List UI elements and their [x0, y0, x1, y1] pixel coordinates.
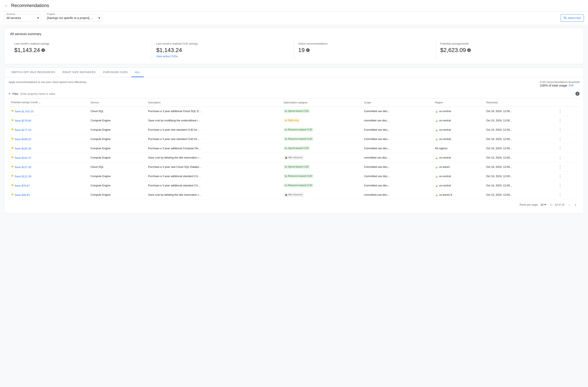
tab-switch-off[interactable]: SWITCH OFF IDLE RESOURCES: [8, 68, 59, 77]
cell-service: Compute Engine: [88, 134, 146, 144]
more-button[interactable]: ⋮: [557, 109, 563, 114]
more-button[interactable]: ⋮: [557, 146, 563, 151]
savings-link[interactable]: Save $78.67: [15, 184, 30, 187]
more-button[interactable]: ⋮: [557, 174, 563, 178]
services-select[interactable]: Services All services ▾: [4, 14, 41, 22]
page-prev-button[interactable]: ‹: [568, 201, 571, 208]
projects-value-row[interactable]: [Savings not specific to a project], ...…: [47, 16, 100, 20]
table-row: ⚑ Save $1,415.23 Cloud SQL Purchase a 3 …: [8, 107, 580, 116]
potential-savings-label: Potential savings/month: [440, 42, 574, 45]
scope-value: Committed use disc...: [364, 174, 390, 178]
optimization-badge: % Resource-based CUD: [283, 183, 314, 187]
savings-link[interactable]: Save $278.80: [15, 119, 31, 122]
cell-refreshed: Oct 16, 2024, 12:00...: [484, 162, 555, 172]
cell-scope: committed use disc...: [361, 153, 433, 162]
cell-region: 🍃us-central: [432, 107, 484, 116]
sort-icon[interactable]: ↓: [39, 101, 41, 104]
savings-link[interactable]: Save $177.53: [15, 128, 31, 132]
rows-per-page-select[interactable]: 10 25 50: [540, 203, 547, 206]
cell-optimization: % Spend-based CUD: [281, 144, 361, 153]
cell-more: ⋮: [555, 125, 580, 134]
projects-select[interactable]: Projects [Savings not specific to a proj…: [45, 14, 103, 22]
flag-icon: ⚑: [11, 156, 14, 159]
potential-savings-info-icon[interactable]: i: [467, 48, 471, 52]
cud-threshold-edit-link[interactable]: Edit: [569, 84, 573, 87]
more-button[interactable]: ⋮: [557, 155, 563, 160]
region-value: us-central: [439, 184, 451, 187]
more-button[interactable]: ⋮: [557, 127, 563, 132]
more-button[interactable]: ⋮: [557, 183, 563, 188]
savings-link[interactable]: Save $112.29: [15, 175, 31, 178]
col-header-description: Description: [146, 99, 281, 107]
potential-savings-value: $2,623.09 i: [440, 47, 574, 54]
summary-title: All services summary: [10, 32, 578, 36]
tab-purchase-cuds[interactable]: PURCHASE CUDS: [99, 68, 131, 77]
region-cell: 🍃us-west1-b: [435, 193, 481, 196]
cell-more: ⋮: [555, 153, 580, 162]
scope-value: committed use disc...: [364, 156, 389, 159]
optimization-icon: ▣: [285, 156, 287, 159]
active-recs-info-icon[interactable]: i: [306, 48, 310, 52]
back-button[interactable]: ←: [4, 3, 8, 8]
cell-description: Purchase a 3 year new standard CUD for A…: [146, 125, 281, 134]
region-value: us-central: [439, 174, 451, 178]
cell-scope: Committed use disc...: [361, 181, 433, 190]
cell-optimization: % Resource-based CUD: [281, 125, 361, 134]
cell-service: Compute Engine: [88, 153, 146, 162]
region-cell: 🍃us-central: [435, 137, 481, 140]
savings-link[interactable]: Save $1,415.23: [15, 110, 33, 113]
analysis-button[interactable]: % ANALYSIS: [561, 14, 584, 22]
cell-flag: ⚑ Save $168.53: [8, 134, 88, 144]
more-button[interactable]: ⋮: [557, 118, 563, 123]
tabs-section: SWITCH OFF IDLE RESOURCES RIGHT SIZE INS…: [4, 67, 584, 213]
page-next-button[interactable]: ›: [574, 201, 577, 208]
cell-flag: ⚑ Save $78.67: [8, 181, 88, 190]
cell-scope: Committed use disc...: [361, 125, 433, 134]
filter-help-icon[interactable]: i: [575, 92, 580, 96]
cell-more: ⋮: [555, 162, 580, 172]
more-button[interactable]: ⋮: [557, 136, 563, 141]
description-text: Purchase a 3 year additional standard CU…: [148, 174, 202, 178]
pagination-row: Rows per page: 10 25 50 1 – 10 of 19 ‹ ›: [8, 199, 580, 210]
cell-optimization: ▣ Idle resource: [281, 153, 361, 162]
cell-refreshed: Oct 16, 2024, 12:00...: [484, 144, 555, 153]
savings-link[interactable]: Save $168.53: [15, 138, 31, 141]
savings-link[interactable]: Save $142.47: [15, 156, 31, 159]
cell-description: Purchase a 3 year new standard CUD for A…: [146, 134, 281, 144]
page-info: 1 – 10 of 19: [550, 203, 565, 206]
more-button[interactable]: ⋮: [557, 192, 563, 197]
cell-refreshed: Oct 16, 2024, 12:00...: [484, 134, 555, 144]
region-value: us-central: [439, 156, 451, 159]
description-text: Purchase a 3 year additional Compute Fle…: [148, 147, 202, 150]
col-header-service: Service: [88, 99, 146, 107]
services-value: All services: [6, 16, 21, 19]
region-value: us-west1: [439, 165, 450, 168]
cud-savings-value: $1,143.24: [156, 47, 290, 54]
services-value-row[interactable]: All services ▾: [6, 16, 39, 20]
cell-optimization: ▣ Idle resource: [281, 190, 361, 199]
services-label: Services: [6, 13, 16, 15]
view-active-cuds-link[interactable]: View active CUDs: [156, 55, 290, 58]
filter-input[interactable]: [21, 92, 573, 95]
tab-right-size[interactable]: RIGHT SIZE INSTANCES: [59, 68, 99, 77]
projects-label: Projects: [46, 13, 56, 15]
analysis-label: ANALYSIS: [568, 17, 581, 19]
cell-scope: committed-use-disc...: [361, 190, 433, 199]
cell-region: 🍃us-central: [432, 134, 484, 144]
region-cell: 🍃us-central: [435, 184, 481, 187]
savings-link[interactable]: Save $127.30: [15, 166, 31, 169]
optimization-icon: ⇄: [285, 119, 287, 122]
rows-per-page-wrap: Rows per page: 10 25 50: [520, 203, 547, 206]
description-text: Purchase a 3 year new Cloud SQL Database…: [148, 165, 202, 168]
cell-scope: Committed use disc...: [361, 107, 433, 116]
more-button[interactable]: ⋮: [557, 164, 563, 169]
savings-link[interactable]: Save $165.39: [15, 147, 31, 150]
cell-service: Compute Engine: [88, 125, 146, 134]
savings-link[interactable]: Save $39.83: [15, 194, 30, 196]
cell-description: Purchase a 3 year additional Compute Fle…: [146, 144, 281, 153]
tab-all[interactable]: ALL: [131, 68, 144, 77]
optimization-icon: ▣: [285, 193, 287, 196]
realized-savings-info-icon[interactable]: i: [41, 48, 45, 52]
flag-icon: ⚑: [11, 137, 14, 141]
cell-region: 🍃us-central: [432, 125, 484, 134]
